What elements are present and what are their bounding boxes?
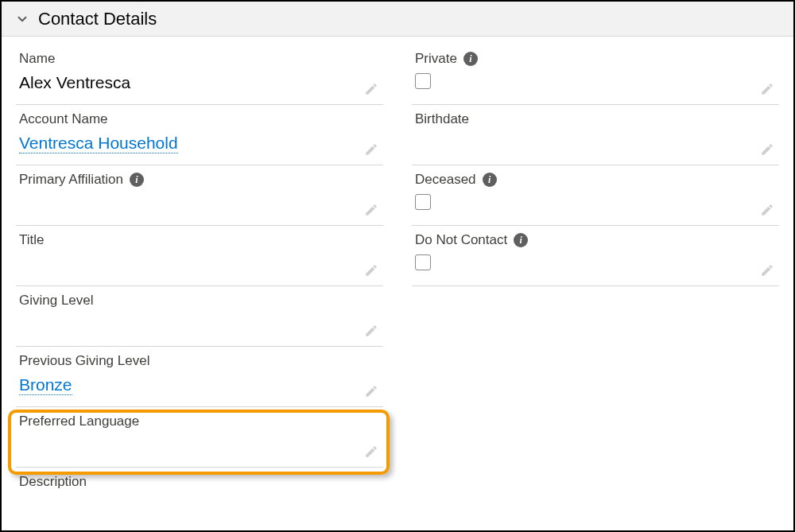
field-description: Description (16, 468, 383, 499)
field-label: Primary Affiliation (19, 172, 123, 188)
section-title: Contact Details (38, 9, 157, 29)
deceased-checkbox[interactable] (415, 194, 431, 210)
field-label: Description (19, 474, 87, 490)
field-label: Title (19, 232, 45, 248)
field-value (19, 434, 359, 455)
pencil-icon[interactable] (760, 263, 774, 278)
contact-details-panel: Contact Details Name Alex Ventresca Acco… (0, 0, 795, 532)
pencil-icon[interactable] (364, 142, 378, 157)
info-icon[interactable]: i (514, 233, 528, 247)
info-icon[interactable]: i (463, 52, 478, 66)
field-label: Previous Giving Level (19, 353, 149, 369)
field-preferred-language: Preferred Language (16, 407, 383, 468)
pencil-icon[interactable] (364, 203, 378, 217)
field-label: Do Not Contact (415, 232, 507, 248)
field-value (19, 253, 359, 274)
left-column: Name Alex Ventresca Account Name Ventres… (10, 45, 398, 499)
previous-level-link[interactable]: Bronze (19, 375, 72, 395)
pencil-icon[interactable] (760, 142, 774, 157)
field-account-name: Account Name Ventresca Household (16, 105, 383, 165)
field-name: Name Alex Ventresca (16, 45, 383, 105)
right-column: Private i Birthdate Deceased (398, 45, 785, 499)
field-label: Deceased (415, 172, 476, 188)
chevron-down-icon (14, 11, 30, 27)
field-value: Alex Ventresca (19, 72, 359, 93)
field-label: Birthdate (415, 111, 469, 127)
do-not-contact-checkbox[interactable] (415, 254, 431, 270)
field-value: Bronze (19, 374, 359, 395)
pencil-icon[interactable] (760, 82, 774, 96)
field-primary-affiliation: Primary Affiliation i (16, 165, 383, 226)
field-value: Ventresca Household (19, 132, 359, 153)
field-label: Preferred Language (19, 414, 139, 429)
field-value (19, 313, 359, 334)
pencil-icon[interactable] (364, 82, 378, 96)
field-previous-giving-level: Previous Giving Level Bronze (16, 347, 383, 407)
pencil-icon[interactable] (760, 203, 774, 217)
field-birthdate: Birthdate (412, 105, 779, 165)
private-checkbox[interactable] (415, 73, 431, 89)
field-private: Private i (412, 45, 779, 105)
field-deceased: Deceased i (412, 165, 779, 226)
pencil-icon[interactable] (364, 445, 378, 459)
section-header[interactable]: Contact Details (2, 2, 793, 37)
field-label: Private (415, 51, 457, 67)
field-label: Name (19, 51, 55, 67)
field-giving-level: Giving Level (16, 286, 383, 347)
field-value (415, 132, 755, 153)
field-label: Account Name (19, 111, 108, 127)
field-value (19, 192, 359, 213)
pencil-icon[interactable] (364, 324, 378, 338)
info-icon[interactable]: i (130, 173, 144, 187)
pencil-icon[interactable] (364, 263, 378, 278)
field-label: Giving Level (19, 293, 94, 309)
field-title: Title (16, 226, 383, 286)
pencil-icon[interactable] (364, 384, 378, 398)
account-link[interactable]: Ventresca Household (19, 134, 178, 153)
field-do-not-contact: Do Not Contact i (412, 226, 779, 286)
info-icon[interactable]: i (483, 173, 497, 187)
